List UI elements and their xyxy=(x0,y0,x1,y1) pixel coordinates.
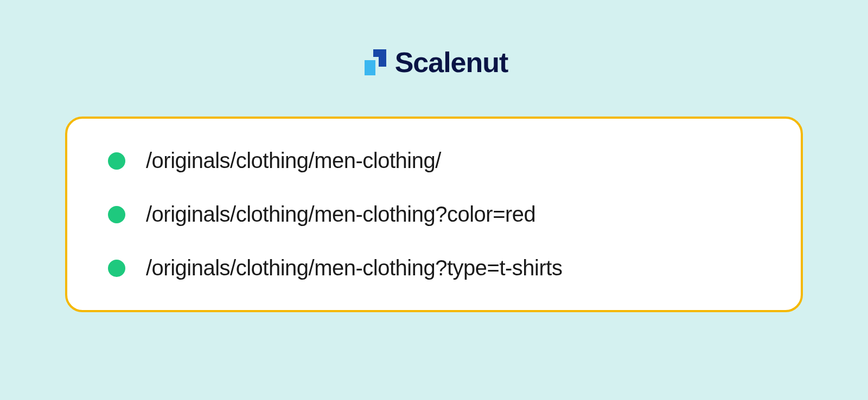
url-text: /originals/clothing/men-clothing?color=r… xyxy=(146,202,535,227)
bullet-icon xyxy=(108,152,125,170)
bullet-icon xyxy=(108,260,125,277)
url-examples-card: /originals/clothing/men-clothing/ /origi… xyxy=(65,117,803,312)
url-list: /originals/clothing/men-clothing/ /origi… xyxy=(108,149,760,280)
list-item: /originals/clothing/men-clothing/ xyxy=(108,149,760,173)
list-item: /originals/clothing/men-clothing?color=r… xyxy=(108,202,760,227)
scalenut-logo-icon xyxy=(360,49,386,75)
url-text: /originals/clothing/men-clothing/ xyxy=(146,149,441,173)
brand-name: Scalenut xyxy=(395,46,508,79)
url-text: /originals/clothing/men-clothing?type=t-… xyxy=(146,256,562,280)
list-item: /originals/clothing/men-clothing?type=t-… xyxy=(108,256,760,280)
bullet-icon xyxy=(108,206,125,223)
svg-rect-1 xyxy=(379,49,386,67)
svg-rect-2 xyxy=(365,60,375,75)
logo-container: Scalenut xyxy=(360,46,508,79)
